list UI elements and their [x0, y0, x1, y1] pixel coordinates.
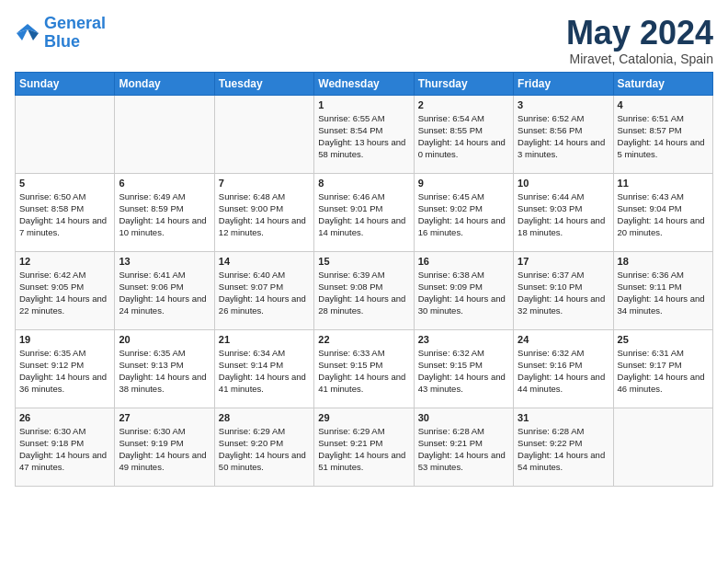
cell-content: Sunrise: 6:46 AMSunset: 9:01 PMDaylight:… [318, 190, 409, 239]
cell-content: Sunrise: 6:28 AMSunset: 9:22 PMDaylight:… [518, 425, 609, 474]
cell-line: Sunset: 9:09 PM [418, 282, 483, 292]
cell-content: Sunrise: 6:29 AMSunset: 9:21 PMDaylight:… [318, 425, 409, 474]
calendar-cell: 11Sunrise: 6:43 AMSunset: 9:04 PMDayligh… [613, 173, 712, 251]
cell-line: Sunset: 8:55 PM [418, 125, 483, 135]
cell-line: Sunset: 9:17 PM [618, 360, 682, 370]
cell-line: Sunrise: 6:51 AM [618, 113, 684, 123]
calendar-cell: 16Sunrise: 6:38 AMSunset: 9:09 PMDayligh… [414, 251, 513, 329]
cell-line: Sunrise: 6:55 AM [318, 113, 384, 123]
day-number: 17 [518, 256, 609, 267]
cell-line: Sunrise: 6:40 AM [219, 270, 285, 280]
calendar-cell: 24Sunrise: 6:32 AMSunset: 9:16 PMDayligh… [514, 329, 613, 408]
cell-content: Sunrise: 6:54 AMSunset: 8:55 PMDaylight:… [418, 112, 509, 161]
day-number: 28 [219, 412, 310, 423]
cell-line: Daylight: 14 hours and 10 minutes. [119, 215, 206, 237]
cell-line: Daylight: 14 hours and 0 minutes. [418, 137, 506, 159]
cell-line: Sunrise: 6:29 AM [318, 426, 384, 436]
day-number: 15 [318, 256, 409, 267]
cell-line: Daylight: 14 hours and 5 minutes. [618, 137, 705, 159]
cell-line: Daylight: 14 hours and 12 minutes. [219, 215, 306, 237]
cell-line: Sunrise: 6:34 AM [219, 348, 285, 358]
cell-content: Sunrise: 6:39 AMSunset: 9:08 PMDaylight:… [318, 269, 409, 317]
cell-line: Daylight: 14 hours and 43 minutes. [418, 372, 506, 394]
calendar-cell: 20Sunrise: 6:35 AMSunset: 9:13 PMDayligh… [115, 329, 214, 408]
weekday-header-friday: Friday [514, 72, 613, 95]
cell-content: Sunrise: 6:32 AMSunset: 9:16 PMDaylight:… [518, 347, 609, 396]
day-number: 8 [318, 178, 409, 189]
calendar-cell: 1Sunrise: 6:55 AMSunset: 8:54 PMDaylight… [314, 95, 414, 173]
cell-content: Sunrise: 6:36 AMSunset: 9:11 PMDaylight:… [618, 269, 709, 317]
day-number: 5 [19, 178, 110, 189]
cell-line: Daylight: 14 hours and 53 minutes. [418, 450, 506, 472]
day-number: 30 [418, 412, 509, 423]
cell-content: Sunrise: 6:28 AMSunset: 9:21 PMDaylight:… [418, 425, 509, 474]
cell-line: Daylight: 14 hours and 20 minutes. [618, 215, 705, 237]
cell-line: Sunset: 9:18 PM [19, 438, 84, 448]
day-number: 16 [418, 256, 509, 267]
cell-line: Daylight: 14 hours and 46 minutes. [618, 372, 705, 394]
cell-line: Sunset: 9:05 PM [19, 282, 84, 292]
cell-content: Sunrise: 6:35 AMSunset: 9:12 PMDaylight:… [19, 347, 110, 396]
cell-line: Sunrise: 6:30 AM [119, 426, 185, 436]
cell-line: Sunrise: 6:35 AM [119, 348, 185, 358]
cell-line: Sunrise: 6:44 AM [518, 191, 584, 201]
weekday-header-thursday: Thursday [414, 72, 513, 95]
cell-line: Sunrise: 6:48 AM [219, 191, 285, 201]
calendar-cell: 2Sunrise: 6:54 AMSunset: 8:55 PMDaylight… [414, 95, 513, 173]
day-number: 26 [19, 412, 110, 423]
cell-content: Sunrise: 6:48 AMSunset: 9:00 PMDaylight:… [219, 190, 310, 239]
calendar-cell: 4Sunrise: 6:51 AMSunset: 8:57 PMDaylight… [613, 95, 712, 173]
cell-content: Sunrise: 6:33 AMSunset: 9:15 PMDaylight:… [318, 347, 409, 396]
day-number: 29 [318, 412, 409, 423]
cell-content: Sunrise: 6:30 AMSunset: 9:18 PMDaylight:… [19, 425, 110, 474]
calendar-cell: 30Sunrise: 6:28 AMSunset: 9:21 PMDayligh… [414, 408, 513, 486]
cell-line: Sunset: 8:57 PM [618, 125, 682, 135]
day-number: 12 [19, 256, 110, 267]
cell-content: Sunrise: 6:42 AMSunset: 9:05 PMDaylight:… [19, 269, 110, 317]
day-number: 4 [618, 99, 709, 110]
cell-line: Sunset: 9:20 PM [219, 438, 283, 448]
weekday-header-saturday: Saturday [613, 72, 712, 95]
calendar-cell: 27Sunrise: 6:30 AMSunset: 9:19 PMDayligh… [115, 408, 214, 486]
cell-line: Daylight: 14 hours and 49 minutes. [119, 450, 206, 472]
cell-content: Sunrise: 6:55 AMSunset: 8:54 PMDaylight:… [318, 112, 409, 161]
calendar-cell: 26Sunrise: 6:30 AMSunset: 9:18 PMDayligh… [16, 408, 115, 486]
cell-line: Sunset: 9:21 PM [418, 438, 483, 448]
cell-line: Sunset: 9:15 PM [418, 360, 483, 370]
day-number: 3 [518, 99, 609, 110]
calendar-cell: 19Sunrise: 6:35 AMSunset: 9:12 PMDayligh… [16, 329, 115, 408]
title-block: May 2024 Miravet, Catalonia, Spain [566, 15, 713, 66]
cell-line: Sunrise: 6:32 AM [418, 348, 484, 358]
cell-line: Daylight: 14 hours and 28 minutes. [318, 293, 405, 316]
calendar-cell [613, 408, 712, 486]
day-number: 25 [618, 334, 709, 345]
cell-line: Sunrise: 6:50 AM [19, 191, 85, 201]
weekday-header-monday: Monday [115, 72, 214, 95]
day-number: 2 [418, 99, 509, 110]
day-number: 11 [618, 178, 709, 189]
cell-line: Daylight: 14 hours and 41 minutes. [219, 372, 306, 394]
calendar-cell: 9Sunrise: 6:45 AMSunset: 9:02 PMDaylight… [414, 173, 513, 251]
svg-marker-0 [17, 24, 39, 33]
cell-line: Sunrise: 6:52 AM [518, 113, 584, 123]
cell-line: Sunrise: 6:30 AM [19, 426, 85, 436]
cell-line: Sunset: 9:00 PM [219, 203, 283, 213]
cell-content: Sunrise: 6:52 AMSunset: 8:56 PMDaylight:… [518, 112, 609, 161]
day-number: 14 [219, 256, 310, 267]
cell-line: Sunset: 8:58 PM [19, 203, 84, 213]
cell-line: Sunrise: 6:54 AM [418, 113, 484, 123]
logo: General Blue [15, 15, 106, 52]
cell-line: Sunrise: 6:33 AM [318, 348, 384, 358]
cell-content: Sunrise: 6:30 AMSunset: 9:19 PMDaylight:… [119, 425, 210, 474]
cell-content: Sunrise: 6:44 AMSunset: 9:03 PMDaylight:… [518, 190, 609, 239]
calendar-week-2: 5Sunrise: 6:50 AMSunset: 8:58 PMDaylight… [16, 173, 713, 251]
cell-line: Sunset: 9:01 PM [318, 203, 382, 213]
cell-line: Sunrise: 6:39 AM [318, 270, 384, 280]
cell-line: Daylight: 14 hours and 54 minutes. [518, 450, 605, 472]
cell-line: Daylight: 14 hours and 51 minutes. [318, 450, 405, 472]
calendar-cell: 29Sunrise: 6:29 AMSunset: 9:21 PMDayligh… [314, 408, 414, 486]
cell-line: Sunset: 9:12 PM [19, 360, 84, 370]
cell-line: Sunrise: 6:46 AM [318, 191, 384, 201]
month-title: May 2024 [566, 15, 713, 52]
cell-content: Sunrise: 6:35 AMSunset: 9:13 PMDaylight:… [119, 347, 210, 396]
